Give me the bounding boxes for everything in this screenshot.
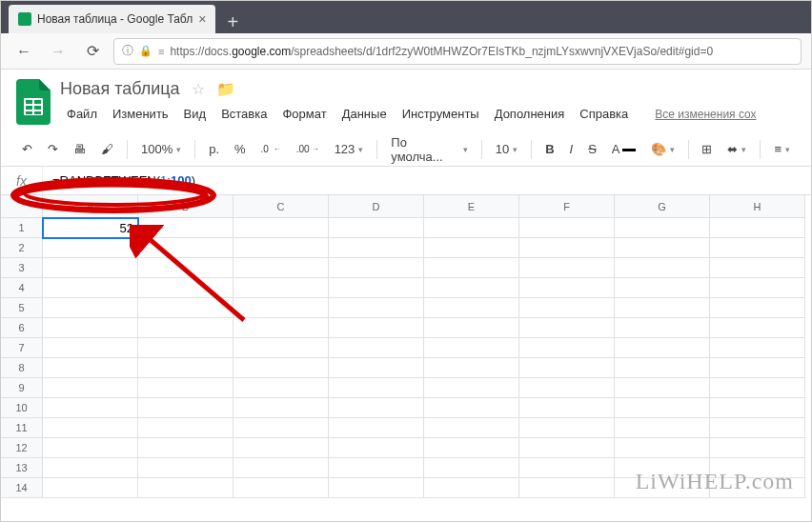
- cell-B9[interactable]: [138, 378, 233, 398]
- cell-D4[interactable]: [329, 278, 424, 298]
- cell-C2[interactable]: [233, 238, 329, 258]
- increase-decimal-button[interactable]: .00→: [291, 140, 325, 158]
- percent-button[interactable]: %: [229, 138, 252, 160]
- sheets-logo-icon[interactable]: [16, 79, 51, 125]
- folder-icon[interactable]: 📁: [216, 80, 235, 98]
- cell-A12[interactable]: [43, 438, 138, 458]
- cell-G7[interactable]: [615, 338, 710, 358]
- text-color-button[interactable]: A: [606, 138, 641, 160]
- column-header-H[interactable]: H: [710, 195, 805, 218]
- document-title[interactable]: Новая таблица: [60, 79, 180, 99]
- cell-A13[interactable]: [43, 458, 138, 478]
- cell-D1[interactable]: [329, 218, 424, 238]
- column-header-C[interactable]: C: [233, 195, 329, 218]
- cell-A14[interactable]: [43, 478, 138, 498]
- cell-G10[interactable]: [615, 398, 710, 418]
- cell-B5[interactable]: [138, 298, 233, 318]
- cell-F8[interactable]: [519, 358, 615, 378]
- cell-D2[interactable]: [329, 238, 424, 258]
- cell-H6[interactable]: [710, 318, 805, 338]
- cell-F6[interactable]: [519, 318, 615, 338]
- row-header-14[interactable]: 14: [1, 478, 43, 498]
- cell-H10[interactable]: [710, 398, 805, 418]
- fill-color-button[interactable]: 🎨: [645, 138, 680, 160]
- cell-F4[interactable]: [519, 278, 615, 298]
- row-header-5[interactable]: 5: [1, 298, 43, 318]
- cell-B6[interactable]: [138, 318, 233, 338]
- cell-G6[interactable]: [615, 318, 710, 338]
- column-header-B[interactable]: B: [138, 195, 233, 218]
- cell-A4[interactable]: [43, 278, 138, 298]
- back-button[interactable]: ←: [10, 38, 37, 65]
- cell-D9[interactable]: [329, 378, 424, 398]
- cell-G11[interactable]: [615, 418, 710, 438]
- cell-G1[interactable]: [615, 218, 710, 238]
- cell-D14[interactable]: [329, 478, 424, 498]
- cell-A2[interactable]: [43, 238, 138, 258]
- cell-C4[interactable]: [233, 278, 329, 298]
- cell-D8[interactable]: [329, 358, 424, 378]
- cell-H2[interactable]: [710, 238, 805, 258]
- redo-button[interactable]: ↷: [42, 138, 64, 160]
- menu-view[interactable]: Вид: [177, 103, 213, 125]
- cell-B4[interactable]: [138, 278, 233, 298]
- cell-B12[interactable]: [138, 438, 233, 458]
- menu-tools[interactable]: Инструменты: [396, 103, 486, 125]
- cell-F10[interactable]: [519, 398, 615, 418]
- cell-F9[interactable]: [519, 378, 615, 398]
- cell-D13[interactable]: [329, 458, 424, 478]
- cell-F13[interactable]: [519, 458, 615, 478]
- cell-C9[interactable]: [233, 378, 329, 398]
- cell-C11[interactable]: [233, 418, 329, 438]
- cell-A6[interactable]: [43, 318, 138, 338]
- row-header-13[interactable]: 13: [1, 458, 43, 478]
- cell-G3[interactable]: [615, 258, 710, 278]
- cell-D6[interactable]: [329, 318, 424, 338]
- reload-button[interactable]: ⟳: [79, 38, 106, 65]
- row-header-2[interactable]: 2: [1, 238, 43, 258]
- cell-H8[interactable]: [710, 358, 805, 378]
- cell-D3[interactable]: [329, 258, 424, 278]
- font-size-dropdown[interactable]: 10: [490, 138, 523, 160]
- borders-button[interactable]: ⊞: [696, 138, 718, 160]
- info-icon[interactable]: ⓘ: [122, 43, 133, 59]
- column-header-E[interactable]: E: [424, 195, 519, 218]
- formula-input[interactable]: =RANDBETWEEN(1;100): [43, 173, 205, 189]
- cell-E7[interactable]: [424, 338, 519, 358]
- menu-format[interactable]: Формат: [275, 103, 333, 125]
- cell-E9[interactable]: [424, 378, 519, 398]
- changes-saved-link[interactable]: Все изменения сох: [648, 104, 762, 125]
- cell-C7[interactable]: [233, 338, 329, 358]
- row-header-4[interactable]: 4: [1, 278, 43, 298]
- horizontal-align-button[interactable]: ≡: [768, 138, 796, 160]
- cell-A3[interactable]: [43, 258, 138, 278]
- row-header-7[interactable]: 7: [1, 338, 43, 358]
- cell-F12[interactable]: [519, 438, 615, 458]
- cell-F5[interactable]: [519, 298, 615, 318]
- cell-H3[interactable]: [710, 258, 805, 278]
- cell-E2[interactable]: [424, 238, 519, 258]
- cell-B1[interactable]: [138, 218, 233, 238]
- browser-tab[interactable]: Новая таблица - Google Табл ×: [9, 5, 215, 33]
- url-bar[interactable]: ⓘ 🔒 ≡ https://docs.google.com/spreadshee…: [113, 38, 802, 65]
- row-header-10[interactable]: 10: [1, 398, 43, 418]
- row-header-12[interactable]: 12: [1, 438, 43, 458]
- cell-F11[interactable]: [519, 418, 615, 438]
- cell-G2[interactable]: [615, 238, 710, 258]
- fx-icon[interactable]: fx: [1, 167, 43, 194]
- paint-format-button[interactable]: 🖌: [95, 138, 119, 160]
- cell-H9[interactable]: [710, 378, 805, 398]
- cell-D7[interactable]: [329, 338, 424, 358]
- cell-G4[interactable]: [615, 278, 710, 298]
- menu-data[interactable]: Данные: [335, 103, 394, 125]
- cell-D11[interactable]: [329, 418, 424, 438]
- undo-button[interactable]: ↶: [16, 138, 38, 160]
- forward-button[interactable]: →: [45, 38, 71, 65]
- cell-B14[interactable]: [138, 478, 233, 498]
- menu-insert[interactable]: Вставка: [214, 103, 274, 125]
- cell-B11[interactable]: [138, 418, 233, 438]
- cell-A11[interactable]: [43, 418, 138, 438]
- cell-A9[interactable]: [43, 378, 138, 398]
- cell-E14[interactable]: [424, 478, 519, 498]
- cell-G5[interactable]: [615, 298, 710, 318]
